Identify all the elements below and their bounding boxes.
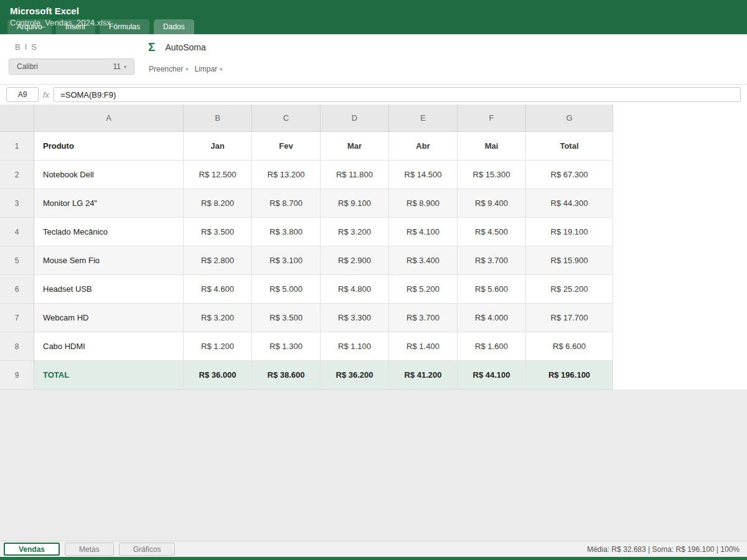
row-number[interactable]: 5 bbox=[0, 246, 34, 275]
cell-value[interactable]: R$ 1.400 bbox=[389, 332, 458, 361]
sheet-tab-metas[interactable]: Metas bbox=[65, 543, 114, 556]
sheet-tabs: Vendas Metas Gráficos bbox=[4, 543, 175, 556]
header-cell-mai[interactable]: Mai bbox=[458, 132, 526, 161]
sheet-tab-graficos[interactable]: Gráficos bbox=[119, 543, 176, 556]
header-cell-mar[interactable]: Mar bbox=[321, 132, 389, 161]
header-cell-fev[interactable]: Fev bbox=[252, 132, 321, 161]
cell-value[interactable]: R$ 1.200 bbox=[184, 332, 252, 361]
column-header-a[interactable]: A bbox=[34, 105, 184, 132]
cell-value[interactable]: R$ 3.200 bbox=[321, 218, 389, 246]
cell-product[interactable]: Webcam HD bbox=[34, 304, 184, 332]
cell-value[interactable]: R$ 3.500 bbox=[184, 218, 252, 246]
cell-value[interactable]: R$ 3.400 bbox=[389, 246, 458, 275]
cell-value[interactable]: R$ 4.500 bbox=[458, 218, 526, 246]
cell-value[interactable]: R$ 3.300 bbox=[321, 304, 389, 332]
cell-value[interactable]: R$ 36.200 bbox=[321, 361, 389, 390]
cell-value[interactable]: R$ 8.900 bbox=[389, 189, 458, 218]
cell-value[interactable]: R$ 3.200 bbox=[184, 304, 252, 332]
cell-value[interactable]: R$ 2.800 bbox=[184, 246, 252, 275]
row-number[interactable]: 7 bbox=[0, 304, 34, 332]
cell-value[interactable]: R$ 5.000 bbox=[252, 275, 321, 304]
underline-button[interactable]: S bbox=[31, 42, 37, 52]
cell-value[interactable]: R$ 38.600 bbox=[252, 361, 321, 390]
cell-value[interactable]: R$ 15.300 bbox=[458, 161, 526, 189]
cell-value[interactable]: R$ 3.100 bbox=[252, 246, 321, 275]
autosum-label: AutoSoma bbox=[165, 42, 205, 52]
cell-value[interactable]: R$ 3.500 bbox=[252, 304, 321, 332]
cell-value[interactable]: R$ 3.800 bbox=[252, 218, 321, 246]
cell-value[interactable]: R$ 4.100 bbox=[389, 218, 458, 246]
cell-value[interactable]: R$ 196.100 bbox=[526, 361, 613, 390]
header-cell-abr[interactable]: Abr bbox=[389, 132, 458, 161]
cell-value[interactable]: R$ 6.600 bbox=[526, 332, 613, 361]
cell-value[interactable]: R$ 19.100 bbox=[526, 218, 613, 246]
italic-button[interactable]: I bbox=[25, 42, 27, 52]
cell-value[interactable]: R$ 17.700 bbox=[526, 304, 613, 332]
cell-value[interactable]: R$ 1.300 bbox=[252, 332, 321, 361]
row-number[interactable]: 2 bbox=[0, 161, 34, 189]
cell-value[interactable]: R$ 1.600 bbox=[458, 332, 526, 361]
header-cell-jan[interactable]: Jan bbox=[184, 132, 252, 161]
cell-value[interactable]: R$ 36.000 bbox=[184, 361, 252, 390]
tab-formulas[interactable]: Fórmulas bbox=[100, 19, 149, 34]
cell-value[interactable]: R$ 67.300 bbox=[526, 161, 613, 189]
row-number[interactable]: 8 bbox=[0, 332, 34, 361]
cell-value[interactable]: R$ 13.200 bbox=[252, 161, 321, 189]
column-header-g[interactable]: G bbox=[526, 105, 613, 132]
column-header-d[interactable]: D bbox=[321, 105, 389, 132]
cell-value[interactable]: R$ 44.300 bbox=[526, 189, 613, 218]
cell-value[interactable]: R$ 25.200 bbox=[526, 275, 613, 304]
cell-value[interactable]: R$ 44.100 bbox=[458, 361, 526, 390]
row-number[interactable]: 6 bbox=[0, 275, 34, 304]
cell-value[interactable]: R$ 4.000 bbox=[458, 304, 526, 332]
bold-button[interactable]: B bbox=[15, 42, 21, 52]
cell-value[interactable]: R$ 5.200 bbox=[389, 275, 458, 304]
cell-value[interactable]: R$ 4.800 bbox=[321, 275, 389, 304]
cell-value[interactable]: R$ 11.800 bbox=[321, 161, 389, 189]
column-header-e[interactable]: E bbox=[389, 105, 458, 132]
formula-input[interactable] bbox=[54, 87, 741, 102]
cell-total-label[interactable]: TOTAL bbox=[34, 361, 184, 390]
cell-product[interactable]: Monitor LG 24" bbox=[34, 189, 184, 218]
fill-button[interactable]: Preencher ▾ bbox=[149, 65, 188, 73]
autosum-button[interactable]: Σ AutoSoma bbox=[148, 40, 206, 54]
cell-product[interactable]: Mouse Sem Fio bbox=[34, 246, 184, 275]
cell-product[interactable]: Headset USB bbox=[34, 275, 184, 304]
cell-value[interactable]: R$ 8.700 bbox=[252, 189, 321, 218]
title-bar: Microsoft Excel Controle_Vendas_2024.xls… bbox=[0, 0, 747, 34]
cell-product[interactable]: Teclado Mecânico bbox=[34, 218, 184, 246]
clear-button[interactable]: Limpar ▾ bbox=[194, 65, 222, 73]
row-number[interactable]: 4 bbox=[0, 218, 34, 246]
column-header-f[interactable]: F bbox=[458, 105, 526, 132]
sheet-tab-vendas[interactable]: Vendas bbox=[4, 543, 60, 556]
cell-name-box[interactable] bbox=[6, 87, 39, 102]
row-number[interactable]: 9 bbox=[0, 361, 34, 390]
row-number[interactable]: 1 bbox=[0, 132, 34, 161]
tab-inserir[interactable]: Inserir bbox=[56, 19, 95, 34]
cell-value[interactable]: R$ 12.500 bbox=[184, 161, 252, 189]
cell-value[interactable]: R$ 41.200 bbox=[389, 361, 458, 390]
column-header-c[interactable]: C bbox=[252, 105, 321, 132]
cell-value[interactable]: R$ 8.200 bbox=[184, 189, 252, 218]
cell-value[interactable]: R$ 3.700 bbox=[389, 304, 458, 332]
cell-value[interactable]: R$ 2.900 bbox=[321, 246, 389, 275]
cell-value[interactable]: R$ 3.700 bbox=[458, 246, 526, 275]
cell-value[interactable]: R$ 5.600 bbox=[458, 275, 526, 304]
cell-value[interactable]: R$ 15.900 bbox=[526, 246, 613, 275]
tab-dados[interactable]: Dados bbox=[154, 19, 194, 34]
header-cell-produto[interactable]: Produto bbox=[34, 132, 184, 161]
tab-arquivo[interactable]: Arquivo bbox=[7, 19, 52, 34]
cell-value[interactable]: R$ 1.100 bbox=[321, 332, 389, 361]
column-header-b[interactable]: B bbox=[184, 105, 252, 132]
select-all-corner[interactable] bbox=[0, 105, 34, 132]
cell-product[interactable]: Notebook Dell bbox=[34, 161, 184, 189]
header-cell-total[interactable]: Total bbox=[526, 132, 613, 161]
cell-value[interactable]: R$ 4.600 bbox=[184, 275, 252, 304]
cell-value[interactable]: R$ 14.500 bbox=[389, 161, 458, 189]
font-size-dropdown[interactable]: 11 ▾ bbox=[113, 62, 126, 71]
row-number[interactable]: 3 bbox=[0, 189, 34, 218]
cell-product[interactable]: Cabo HDMI bbox=[34, 332, 184, 361]
font-selector[interactable]: Calibri 11 ▾ bbox=[9, 58, 134, 75]
cell-value[interactable]: R$ 9.400 bbox=[458, 189, 526, 218]
cell-value[interactable]: R$ 9.100 bbox=[321, 189, 389, 218]
